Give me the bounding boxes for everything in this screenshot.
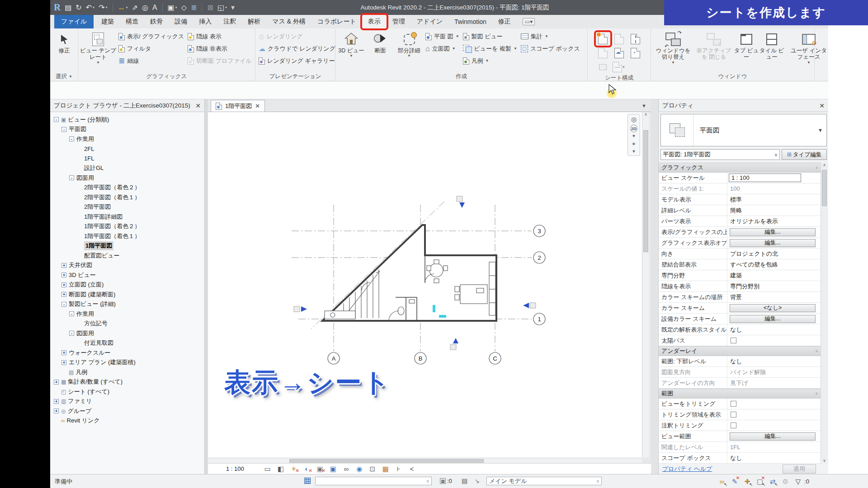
visual-style-icon[interactable]: ◧ xyxy=(275,465,286,472)
ribbon-tab-14[interactable]: 修正 xyxy=(492,15,517,28)
ribbon-tab-2[interactable]: 構造 xyxy=(120,15,144,28)
ribbon-cycle-icon[interactable]: ▭▾ xyxy=(517,15,541,28)
revit-logo-icon[interactable]: R xyxy=(54,3,61,12)
press-drag-icon[interactable]: ⇄↖ xyxy=(768,477,777,486)
button-create-c2-1[interactable]: スコープ ボックス xyxy=(519,42,582,55)
expander-collapse-icon[interactable]: - xyxy=(69,331,74,336)
expander-expand-icon[interactable]: + xyxy=(61,282,66,287)
expander-collapse-icon[interactable]: - xyxy=(69,311,74,316)
property-value[interactable]: 100 xyxy=(727,183,821,194)
property-value[interactable]: 1FL xyxy=(727,442,821,452)
button-windows-3[interactable]: タイル ビュー xyxy=(759,30,784,72)
settings-icon[interactable]: ⚙ xyxy=(781,477,790,486)
workset-field[interactable]: ∨ xyxy=(315,477,432,485)
tree-item-14[interactable]: 配置図ビュー xyxy=(51,251,204,261)
property-edit-button[interactable]: 編集... xyxy=(730,432,816,441)
button-create-c0-1[interactable]: ⌂立面図▼ xyxy=(424,42,461,55)
property-edit-button[interactable]: 編集... xyxy=(730,228,816,236)
crop-region-icon[interactable]: ▭ xyxy=(262,465,273,472)
vertical-scrollbar[interactable]: ∧ xyxy=(642,112,649,458)
type-selector[interactable]: 平面図 ▼ xyxy=(660,114,827,146)
tree-item-1[interactable]: -平面図 xyxy=(51,125,204,135)
checkbox[interactable] xyxy=(731,401,736,407)
properties-scroll-thumb[interactable] xyxy=(822,170,827,206)
tree-item-12[interactable]: 1階平面図（着色１） xyxy=(51,231,204,241)
button-graphics-c1-1[interactable]: 隠線 非表示 xyxy=(186,42,253,55)
ribbon-group-label[interactable]: ウィンドウ xyxy=(651,72,814,81)
tree-item-18[interactable]: +断面図 (建築断面) xyxy=(51,290,204,300)
button-create-2[interactable]: 部分詳細▼ xyxy=(395,30,424,72)
property-value[interactable]: なし xyxy=(727,453,821,463)
view-list-chevron-icon[interactable]: ▼ xyxy=(642,103,646,108)
checkbox[interactable] xyxy=(731,338,736,343)
section-icon[interactable]: ◇ xyxy=(181,4,187,11)
ribbon-group-label[interactable]: シート構成 xyxy=(588,74,651,82)
wheel-chevron-icon[interactable]: ▼ xyxy=(632,134,636,139)
tree-item-28[interactable]: ◰シート (すべて) xyxy=(51,387,204,397)
ribbon-group-label[interactable]: 作成 xyxy=(335,72,587,81)
button-revision-cloud[interactable] xyxy=(614,48,624,58)
chevron-down-icon[interactable]: ∨ xyxy=(774,152,778,157)
worksharing-display-icon[interactable]: ▦ xyxy=(380,465,391,472)
tree-item-9[interactable]: 2階平面図 xyxy=(51,202,204,212)
ribbon-tab-3[interactable]: 鉄骨 xyxy=(144,15,169,28)
expander-expand-icon[interactable]: + xyxy=(54,380,59,385)
expander-expand-icon[interactable]: + xyxy=(61,263,66,268)
property-edit-button[interactable]: <なし> xyxy=(730,304,816,312)
tree-item-15[interactable]: +天井伏図 xyxy=(51,261,204,271)
property-value[interactable]: 簡略 xyxy=(727,205,821,216)
tree-item-0[interactable]: -▣ビュー (分類順) xyxy=(51,115,204,125)
expander-expand-icon[interactable]: + xyxy=(61,350,66,355)
property-value[interactable]: 建築 xyxy=(727,270,821,281)
zoom-chevron-icon[interactable]: ▼ xyxy=(632,149,636,154)
property-value[interactable]: なし xyxy=(727,324,821,335)
tree-item-24[interactable]: +ウォークスルー xyxy=(51,348,204,358)
ribbon-tab-4[interactable]: 設備 xyxy=(169,15,193,28)
button-create-c1-2[interactable]: 凡例▼ xyxy=(461,55,519,67)
expander-expand-icon[interactable]: + xyxy=(54,399,59,404)
undo-icon[interactable]: ↶▾ xyxy=(86,4,94,11)
ribbon-group-label[interactable]: 選択▼ xyxy=(50,72,78,81)
button-create-c2-0[interactable]: 集計▼ xyxy=(519,30,582,42)
section-header-0[interactable]: グラフィックス≡ xyxy=(659,163,821,173)
thin-lines-icon[interactable]: ≣ xyxy=(191,4,197,11)
property-value[interactable]: オリジナルを表示 xyxy=(727,216,821,226)
button-windows-2[interactable]: タブ ビュー xyxy=(734,30,759,72)
expander-expand-icon[interactable]: + xyxy=(54,408,59,413)
property-value[interactable]: 標準 xyxy=(727,194,821,205)
property-value[interactable]: バインド解除 xyxy=(727,367,821,377)
horizontal-scroll-thumb[interactable] xyxy=(289,459,484,463)
expand-icon[interactable]: < xyxy=(406,465,417,472)
temporary-hide-icon[interactable]: ◉ xyxy=(354,465,365,472)
tree-item-19[interactable]: -製図ビュー (詳細) xyxy=(51,300,204,310)
tree-item-4[interactable]: 1FL xyxy=(51,154,204,164)
ribbon-group-label[interactable]: グラフィックス xyxy=(78,72,255,81)
button-windows-1[interactable]: ✕非アクティブを 閉じる xyxy=(694,30,734,72)
panel-splitter[interactable] xyxy=(205,99,208,474)
expander-collapse-icon[interactable]: - xyxy=(69,136,74,141)
button-revisions[interactable] xyxy=(631,48,640,58)
checkbox[interactable] xyxy=(731,422,736,428)
element-selector[interactable]: 平面図: 1階平面図 ∨ xyxy=(660,149,780,160)
button-graphics-0[interactable]: ビュー テンプレート▼ xyxy=(80,30,117,72)
edit-type-button[interactable]: ⊞ タイプ編集 xyxy=(782,149,827,160)
tree-item-5[interactable]: 設計GL xyxy=(51,164,204,174)
tree-item-29[interactable]: +▥ファミリ xyxy=(51,397,204,407)
chevron-down-icon[interactable]: ▼ xyxy=(818,127,823,133)
property-value[interactable]: すべての壁を包絡 xyxy=(727,259,821,270)
tree-item-7[interactable]: 2階平面図（着色２） xyxy=(51,183,204,193)
tree-item-6[interactable]: -図面用 xyxy=(51,173,204,183)
exclude-options-icon[interactable]: ▢✕↖ xyxy=(755,477,764,486)
zoom-icon[interactable]: ⌖ xyxy=(632,140,636,148)
button-graphics-c1-2[interactable]: 切断面 プロファイル xyxy=(186,55,253,67)
view-scale-label[interactable]: 1 : 100 xyxy=(226,465,244,472)
tree-item-22[interactable]: -図面用 xyxy=(51,328,204,338)
expander-collapse-icon[interactable]: - xyxy=(61,127,66,132)
design-options-icon[interactable]: ▤ xyxy=(462,477,467,484)
view-tab[interactable]: 1階平面図 ✕ xyxy=(211,100,265,112)
tree-item-26[interactable]: ▤凡例 xyxy=(51,367,204,377)
editable-only-icon[interactable]: ✎✕ xyxy=(730,477,739,486)
tree-item-10[interactable]: 1階平面詳細図 xyxy=(51,212,204,222)
button-create-0[interactable]: 3D ビュー▼ xyxy=(337,30,366,72)
steering-wheel-icon[interactable]: ◎ xyxy=(631,116,637,123)
